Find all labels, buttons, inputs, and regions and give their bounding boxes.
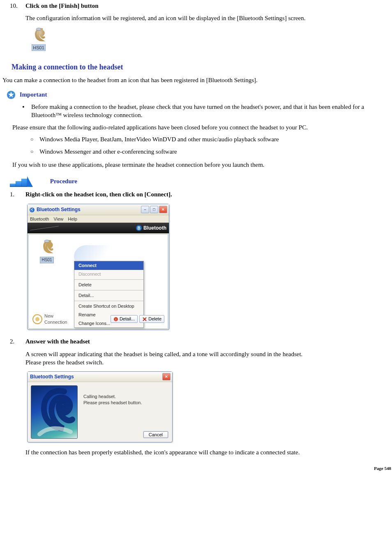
dialog-cancel-button[interactable]: Cancel bbox=[143, 431, 168, 438]
hs01-icon-in-window[interactable]: HS01 bbox=[35, 239, 58, 263]
ctx-menu-detail[interactable]: Detail... bbox=[74, 291, 143, 300]
svg-text:i: i bbox=[115, 318, 116, 321]
dialog-image bbox=[31, 385, 78, 439]
new-conn-line2: Connection bbox=[44, 320, 67, 325]
detail-button[interactable]: i Detail... bbox=[111, 315, 138, 323]
app-item-2: Windows Messenger and other e-conferenci… bbox=[39, 147, 177, 156]
brand-band-text: Bluetooth bbox=[143, 225, 166, 231]
new-connection-button[interactable]: New Connection bbox=[32, 313, 67, 325]
important-icon bbox=[7, 90, 16, 99]
step2-desc1: A screen will appear indicating that the… bbox=[25, 350, 302, 358]
menu-help[interactable]: Help bbox=[68, 216, 77, 221]
window-footer: New Connection i Detail... Delete bbox=[32, 313, 164, 325]
page-footer: Page 548 bbox=[2, 456, 392, 474]
step2-title: Answer with the headset bbox=[25, 337, 302, 345]
ctx-menu-disconnect: Disconnect bbox=[74, 270, 143, 279]
dialog-title: Bluetooth Settings bbox=[29, 373, 161, 380]
headset-icon bbox=[30, 27, 47, 43]
svg-point-3 bbox=[44, 240, 49, 242]
window-titlebar: Bluetooth Settings – □ ✕ bbox=[28, 204, 169, 215]
info-icon: i bbox=[113, 317, 118, 322]
important-bullet: Before making a connection to the headse… bbox=[31, 103, 392, 120]
dialog-titlebar: Bluetooth Settings ✕ bbox=[28, 372, 172, 382]
step10-title: Click on the [Finish] button bbox=[25, 2, 306, 10]
procedure-label: Procedure bbox=[50, 178, 77, 185]
ctx-menu-delete[interactable]: Delete bbox=[74, 281, 143, 289]
svg-point-0 bbox=[36, 28, 41, 30]
step2-number: 2. bbox=[2, 337, 25, 366]
step1-number: 1. bbox=[2, 190, 25, 198]
svg-point-5 bbox=[35, 317, 39, 321]
delete-button[interactable]: Delete bbox=[139, 315, 164, 323]
bluetooth-logo-icon bbox=[29, 207, 35, 212]
hs01-label-in-window: HS01 bbox=[40, 257, 53, 263]
final-text: If the connection has been properly esta… bbox=[25, 448, 392, 456]
menu-bluetooth[interactable]: Bluetooth bbox=[30, 216, 49, 221]
dialog-close-button[interactable]: ✕ bbox=[162, 373, 171, 380]
bluetooth-settings-window: Bluetooth Settings – □ ✕ Bluetooth View … bbox=[27, 204, 169, 330]
terminate-text: If you wish to use these applications, p… bbox=[12, 161, 392, 169]
window-body: HS01 Connect Disconnect Delete Detail...… bbox=[28, 234, 168, 329]
maximize-button[interactable]: □ bbox=[150, 206, 158, 213]
bullet-circle-icon bbox=[30, 147, 39, 156]
section-intro: You can make a connection to the headset… bbox=[2, 76, 392, 84]
dialog-msg2: Please press headset button. bbox=[83, 400, 168, 406]
ctx-menu-create-shortcut[interactable]: Create Shortcut on Desktop bbox=[74, 302, 143, 311]
delete-button-label: Delete bbox=[148, 316, 161, 322]
window-title: Bluetooth Settings bbox=[37, 206, 140, 213]
app-item-1: Windows Media Player, BeatJam, InterVide… bbox=[39, 135, 279, 143]
hs01-icon-label: HS01 bbox=[32, 44, 46, 51]
bluetooth-icon: B bbox=[136, 225, 142, 231]
minimize-button[interactable]: – bbox=[141, 206, 149, 213]
calling-headset-dialog: Bluetooth Settings ✕ Calling headset. Pl… bbox=[27, 371, 173, 442]
detail-button-label: Detail... bbox=[120, 316, 135, 322]
step1-title: Right-click on the headset icon, then cl… bbox=[25, 190, 172, 198]
menu-view[interactable]: View bbox=[54, 216, 64, 221]
important-label: Important bbox=[20, 92, 47, 98]
headset-icon bbox=[39, 239, 55, 255]
ensure-text: Please ensure that the following audio-r… bbox=[12, 123, 392, 131]
new-conn-line1: New bbox=[44, 313, 53, 318]
section-title: Making a connection to the headset bbox=[12, 62, 392, 72]
step2-desc2: Please press the headset switch. bbox=[25, 358, 302, 366]
bullet-icon bbox=[22, 103, 31, 120]
x-icon bbox=[142, 317, 147, 322]
hs01-desktop-icon: HS01 bbox=[26, 27, 51, 51]
procedure-steps-icon bbox=[10, 177, 32, 187]
new-connection-icon bbox=[32, 314, 43, 325]
dialog-msg1: Calling headset. bbox=[83, 394, 168, 400]
step10-desc: The configuration information will be re… bbox=[25, 14, 306, 22]
ctx-menu-connect[interactable]: Connect bbox=[74, 261, 143, 270]
window-menubar: Bluetooth View Help bbox=[28, 215, 169, 223]
close-button[interactable]: ✕ bbox=[159, 206, 167, 213]
step10-number: 10. bbox=[2, 2, 25, 23]
bullet-circle-icon bbox=[30, 135, 39, 143]
window-brand-band: B Bluetooth bbox=[28, 223, 169, 233]
